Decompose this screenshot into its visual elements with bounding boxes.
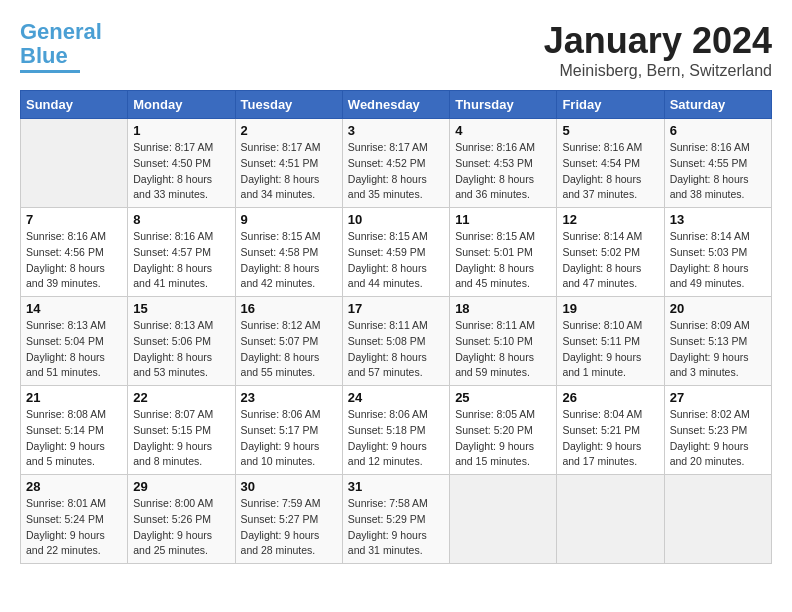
- header-row: SundayMondayTuesdayWednesdayThursdayFrid…: [21, 91, 772, 119]
- day-number: 16: [241, 301, 337, 316]
- day-cell: 24Sunrise: 8:06 AM Sunset: 5:18 PM Dayli…: [342, 386, 449, 475]
- day-number: 12: [562, 212, 658, 227]
- header-cell-sunday: Sunday: [21, 91, 128, 119]
- day-cell: 12Sunrise: 8:14 AM Sunset: 5:02 PM Dayli…: [557, 208, 664, 297]
- header-cell-tuesday: Tuesday: [235, 91, 342, 119]
- header-cell-monday: Monday: [128, 91, 235, 119]
- day-number: 17: [348, 301, 444, 316]
- day-cell: 9Sunrise: 8:15 AM Sunset: 4:58 PM Daylig…: [235, 208, 342, 297]
- day-cell: 7Sunrise: 8:16 AM Sunset: 4:56 PM Daylig…: [21, 208, 128, 297]
- day-number: 13: [670, 212, 766, 227]
- day-cell: [557, 475, 664, 564]
- day-info: Sunrise: 8:17 AM Sunset: 4:51 PM Dayligh…: [241, 140, 337, 203]
- calendar-title: January 2024: [544, 20, 772, 62]
- week-row-4: 28Sunrise: 8:01 AM Sunset: 5:24 PM Dayli…: [21, 475, 772, 564]
- day-info: Sunrise: 8:10 AM Sunset: 5:11 PM Dayligh…: [562, 318, 658, 381]
- day-number: 7: [26, 212, 122, 227]
- week-row-0: 1Sunrise: 8:17 AM Sunset: 4:50 PM Daylig…: [21, 119, 772, 208]
- day-info: Sunrise: 8:11 AM Sunset: 5:10 PM Dayligh…: [455, 318, 551, 381]
- day-info: Sunrise: 8:13 AM Sunset: 5:06 PM Dayligh…: [133, 318, 229, 381]
- day-cell: 10Sunrise: 8:15 AM Sunset: 4:59 PM Dayli…: [342, 208, 449, 297]
- week-row-3: 21Sunrise: 8:08 AM Sunset: 5:14 PM Dayli…: [21, 386, 772, 475]
- day-cell: 23Sunrise: 8:06 AM Sunset: 5:17 PM Dayli…: [235, 386, 342, 475]
- day-info: Sunrise: 8:09 AM Sunset: 5:13 PM Dayligh…: [670, 318, 766, 381]
- day-number: 29: [133, 479, 229, 494]
- day-cell: 13Sunrise: 8:14 AM Sunset: 5:03 PM Dayli…: [664, 208, 771, 297]
- day-cell: [450, 475, 557, 564]
- day-cell: 5Sunrise: 8:16 AM Sunset: 4:54 PM Daylig…: [557, 119, 664, 208]
- logo-general: General: [20, 19, 102, 44]
- calendar-subtitle: Meinisberg, Bern, Switzerland: [544, 62, 772, 80]
- day-cell: 20Sunrise: 8:09 AM Sunset: 5:13 PM Dayli…: [664, 297, 771, 386]
- day-cell: 8Sunrise: 8:16 AM Sunset: 4:57 PM Daylig…: [128, 208, 235, 297]
- day-info: Sunrise: 7:59 AM Sunset: 5:27 PM Dayligh…: [241, 496, 337, 559]
- day-info: Sunrise: 8:04 AM Sunset: 5:21 PM Dayligh…: [562, 407, 658, 470]
- day-cell: 21Sunrise: 8:08 AM Sunset: 5:14 PM Dayli…: [21, 386, 128, 475]
- day-number: 21: [26, 390, 122, 405]
- day-cell: 18Sunrise: 8:11 AM Sunset: 5:10 PM Dayli…: [450, 297, 557, 386]
- calendar-table: SundayMondayTuesdayWednesdayThursdayFrid…: [20, 90, 772, 564]
- day-info: Sunrise: 8:05 AM Sunset: 5:20 PM Dayligh…: [455, 407, 551, 470]
- day-info: Sunrise: 8:02 AM Sunset: 5:23 PM Dayligh…: [670, 407, 766, 470]
- logo-underline: [20, 70, 80, 73]
- calendar-header: SundayMondayTuesdayWednesdayThursdayFrid…: [21, 91, 772, 119]
- day-number: 26: [562, 390, 658, 405]
- day-info: Sunrise: 8:08 AM Sunset: 5:14 PM Dayligh…: [26, 407, 122, 470]
- header-cell-thursday: Thursday: [450, 91, 557, 119]
- day-cell: 17Sunrise: 8:11 AM Sunset: 5:08 PM Dayli…: [342, 297, 449, 386]
- day-cell: 14Sunrise: 8:13 AM Sunset: 5:04 PM Dayli…: [21, 297, 128, 386]
- day-cell: 25Sunrise: 8:05 AM Sunset: 5:20 PM Dayli…: [450, 386, 557, 475]
- day-cell: 11Sunrise: 8:15 AM Sunset: 5:01 PM Dayli…: [450, 208, 557, 297]
- day-cell: 29Sunrise: 8:00 AM Sunset: 5:26 PM Dayli…: [128, 475, 235, 564]
- day-cell: [21, 119, 128, 208]
- day-number: 20: [670, 301, 766, 316]
- header-cell-saturday: Saturday: [664, 91, 771, 119]
- day-info: Sunrise: 8:06 AM Sunset: 5:17 PM Dayligh…: [241, 407, 337, 470]
- day-number: 6: [670, 123, 766, 138]
- day-info: Sunrise: 8:17 AM Sunset: 4:50 PM Dayligh…: [133, 140, 229, 203]
- day-number: 30: [241, 479, 337, 494]
- day-info: Sunrise: 8:13 AM Sunset: 5:04 PM Dayligh…: [26, 318, 122, 381]
- day-number: 25: [455, 390, 551, 405]
- day-number: 28: [26, 479, 122, 494]
- day-number: 23: [241, 390, 337, 405]
- header: General Blue January 2024 Meinisberg, Be…: [20, 20, 772, 80]
- day-cell: 27Sunrise: 8:02 AM Sunset: 5:23 PM Dayli…: [664, 386, 771, 475]
- header-cell-friday: Friday: [557, 91, 664, 119]
- day-number: 27: [670, 390, 766, 405]
- day-number: 18: [455, 301, 551, 316]
- logo: General Blue: [20, 20, 102, 73]
- day-number: 4: [455, 123, 551, 138]
- day-info: Sunrise: 8:16 AM Sunset: 4:57 PM Dayligh…: [133, 229, 229, 292]
- day-number: 8: [133, 212, 229, 227]
- day-number: 14: [26, 301, 122, 316]
- day-number: 19: [562, 301, 658, 316]
- day-info: Sunrise: 8:15 AM Sunset: 4:58 PM Dayligh…: [241, 229, 337, 292]
- day-cell: 4Sunrise: 8:16 AM Sunset: 4:53 PM Daylig…: [450, 119, 557, 208]
- day-cell: 6Sunrise: 8:16 AM Sunset: 4:55 PM Daylig…: [664, 119, 771, 208]
- calendar-body: 1Sunrise: 8:17 AM Sunset: 4:50 PM Daylig…: [21, 119, 772, 564]
- day-info: Sunrise: 8:16 AM Sunset: 4:54 PM Dayligh…: [562, 140, 658, 203]
- day-info: Sunrise: 7:58 AM Sunset: 5:29 PM Dayligh…: [348, 496, 444, 559]
- day-info: Sunrise: 8:15 AM Sunset: 5:01 PM Dayligh…: [455, 229, 551, 292]
- day-info: Sunrise: 8:00 AM Sunset: 5:26 PM Dayligh…: [133, 496, 229, 559]
- day-info: Sunrise: 8:12 AM Sunset: 5:07 PM Dayligh…: [241, 318, 337, 381]
- day-number: 3: [348, 123, 444, 138]
- day-info: Sunrise: 8:11 AM Sunset: 5:08 PM Dayligh…: [348, 318, 444, 381]
- day-info: Sunrise: 8:07 AM Sunset: 5:15 PM Dayligh…: [133, 407, 229, 470]
- day-info: Sunrise: 8:16 AM Sunset: 4:53 PM Dayligh…: [455, 140, 551, 203]
- day-cell: 2Sunrise: 8:17 AM Sunset: 4:51 PM Daylig…: [235, 119, 342, 208]
- title-area: January 2024 Meinisberg, Bern, Switzerla…: [544, 20, 772, 80]
- day-cell: 22Sunrise: 8:07 AM Sunset: 5:15 PM Dayli…: [128, 386, 235, 475]
- week-row-2: 14Sunrise: 8:13 AM Sunset: 5:04 PM Dayli…: [21, 297, 772, 386]
- day-info: Sunrise: 8:14 AM Sunset: 5:02 PM Dayligh…: [562, 229, 658, 292]
- day-number: 9: [241, 212, 337, 227]
- day-info: Sunrise: 8:01 AM Sunset: 5:24 PM Dayligh…: [26, 496, 122, 559]
- day-cell: 31Sunrise: 7:58 AM Sunset: 5:29 PM Dayli…: [342, 475, 449, 564]
- day-number: 31: [348, 479, 444, 494]
- day-info: Sunrise: 8:17 AM Sunset: 4:52 PM Dayligh…: [348, 140, 444, 203]
- day-cell: 15Sunrise: 8:13 AM Sunset: 5:06 PM Dayli…: [128, 297, 235, 386]
- day-info: Sunrise: 8:15 AM Sunset: 4:59 PM Dayligh…: [348, 229, 444, 292]
- day-number: 24: [348, 390, 444, 405]
- day-cell: 16Sunrise: 8:12 AM Sunset: 5:07 PM Dayli…: [235, 297, 342, 386]
